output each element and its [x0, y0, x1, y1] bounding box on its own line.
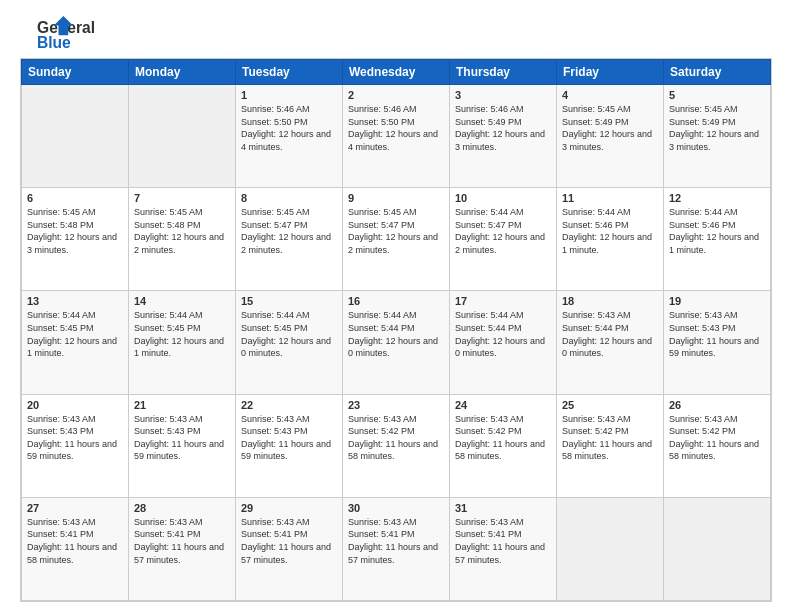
day-number: 28 — [134, 502, 230, 514]
day-number: 3 — [455, 89, 551, 101]
calendar-cell: 24Sunrise: 5:43 AMSunset: 5:42 PMDayligh… — [450, 394, 557, 497]
calendar-cell: 9Sunrise: 5:45 AMSunset: 5:47 PMDaylight… — [343, 188, 450, 291]
day-detail: Sunrise: 5:43 AMSunset: 5:41 PMDaylight:… — [348, 517, 438, 565]
day-number: 22 — [241, 399, 337, 411]
day-number: 10 — [455, 192, 551, 204]
day-number: 27 — [27, 502, 123, 514]
day-number: 29 — [241, 502, 337, 514]
weekday-header-sunday: Sunday — [22, 60, 129, 85]
day-number: 11 — [562, 192, 658, 204]
weekday-header-friday: Friday — [557, 60, 664, 85]
calendar-cell: 21Sunrise: 5:43 AMSunset: 5:43 PMDayligh… — [129, 394, 236, 497]
calendar-cell: 7Sunrise: 5:45 AMSunset: 5:48 PMDaylight… — [129, 188, 236, 291]
day-detail: Sunrise: 5:43 AMSunset: 5:43 PMDaylight:… — [27, 414, 117, 462]
calendar-week-3: 13Sunrise: 5:44 AMSunset: 5:45 PMDayligh… — [22, 291, 771, 394]
day-number: 2 — [348, 89, 444, 101]
calendar-cell: 20Sunrise: 5:43 AMSunset: 5:43 PMDayligh… — [22, 394, 129, 497]
calendar-cell: 2Sunrise: 5:46 AMSunset: 5:50 PMDaylight… — [343, 85, 450, 188]
day-number: 4 — [562, 89, 658, 101]
day-detail: Sunrise: 5:46 AMSunset: 5:50 PMDaylight:… — [241, 104, 331, 152]
day-detail: Sunrise: 5:45 AMSunset: 5:47 PMDaylight:… — [348, 207, 438, 255]
calendar-cell: 29Sunrise: 5:43 AMSunset: 5:41 PMDayligh… — [236, 497, 343, 600]
calendar-cell: 28Sunrise: 5:43 AMSunset: 5:41 PMDayligh… — [129, 497, 236, 600]
day-number: 25 — [562, 399, 658, 411]
calendar-cell: 19Sunrise: 5:43 AMSunset: 5:43 PMDayligh… — [664, 291, 771, 394]
day-detail: Sunrise: 5:43 AMSunset: 5:44 PMDaylight:… — [562, 310, 652, 358]
calendar-cell — [664, 497, 771, 600]
day-detail: Sunrise: 5:43 AMSunset: 5:41 PMDaylight:… — [27, 517, 117, 565]
day-number: 20 — [27, 399, 123, 411]
calendar-cell: 16Sunrise: 5:44 AMSunset: 5:44 PMDayligh… — [343, 291, 450, 394]
day-detail: Sunrise: 5:44 AMSunset: 5:45 PMDaylight:… — [27, 310, 117, 358]
day-number: 8 — [241, 192, 337, 204]
calendar-cell: 11Sunrise: 5:44 AMSunset: 5:46 PMDayligh… — [557, 188, 664, 291]
weekday-header-tuesday: Tuesday — [236, 60, 343, 85]
logo-icon: General Blue — [20, 16, 90, 52]
day-number: 9 — [348, 192, 444, 204]
day-detail: Sunrise: 5:43 AMSunset: 5:43 PMDaylight:… — [134, 414, 224, 462]
day-detail: Sunrise: 5:46 AMSunset: 5:50 PMDaylight:… — [348, 104, 438, 152]
day-number: 12 — [669, 192, 765, 204]
day-detail: Sunrise: 5:44 AMSunset: 5:46 PMDaylight:… — [562, 207, 652, 255]
calendar-week-1: 1Sunrise: 5:46 AMSunset: 5:50 PMDaylight… — [22, 85, 771, 188]
day-detail: Sunrise: 5:43 AMSunset: 5:41 PMDaylight:… — [241, 517, 331, 565]
day-number: 19 — [669, 295, 765, 307]
weekday-header-saturday: Saturday — [664, 60, 771, 85]
calendar-cell: 30Sunrise: 5:43 AMSunset: 5:41 PMDayligh… — [343, 497, 450, 600]
header: General Blue — [20, 16, 772, 52]
day-detail: Sunrise: 5:44 AMSunset: 5:45 PMDaylight:… — [134, 310, 224, 358]
day-detail: Sunrise: 5:45 AMSunset: 5:49 PMDaylight:… — [562, 104, 652, 152]
day-detail: Sunrise: 5:43 AMSunset: 5:42 PMDaylight:… — [455, 414, 545, 462]
calendar-cell: 4Sunrise: 5:45 AMSunset: 5:49 PMDaylight… — [557, 85, 664, 188]
calendar-cell: 1Sunrise: 5:46 AMSunset: 5:50 PMDaylight… — [236, 85, 343, 188]
day-detail: Sunrise: 5:43 AMSunset: 5:42 PMDaylight:… — [562, 414, 652, 462]
calendar-cell: 14Sunrise: 5:44 AMSunset: 5:45 PMDayligh… — [129, 291, 236, 394]
day-number: 26 — [669, 399, 765, 411]
day-number: 13 — [27, 295, 123, 307]
svg-text:Blue: Blue — [37, 34, 71, 51]
day-detail: Sunrise: 5:43 AMSunset: 5:43 PMDaylight:… — [669, 310, 759, 358]
day-detail: Sunrise: 5:44 AMSunset: 5:44 PMDaylight:… — [348, 310, 438, 358]
day-detail: Sunrise: 5:44 AMSunset: 5:44 PMDaylight:… — [455, 310, 545, 358]
day-number: 7 — [134, 192, 230, 204]
day-detail: Sunrise: 5:43 AMSunset: 5:42 PMDaylight:… — [348, 414, 438, 462]
day-detail: Sunrise: 5:45 AMSunset: 5:47 PMDaylight:… — [241, 207, 331, 255]
calendar-header: SundayMondayTuesdayWednesdayThursdayFrid… — [22, 60, 771, 85]
weekday-header-wednesday: Wednesday — [343, 60, 450, 85]
day-number: 30 — [348, 502, 444, 514]
day-detail: Sunrise: 5:43 AMSunset: 5:42 PMDaylight:… — [669, 414, 759, 462]
calendar: SundayMondayTuesdayWednesdayThursdayFrid… — [20, 58, 772, 602]
day-detail: Sunrise: 5:44 AMSunset: 5:46 PMDaylight:… — [669, 207, 759, 255]
calendar-cell: 15Sunrise: 5:44 AMSunset: 5:45 PMDayligh… — [236, 291, 343, 394]
day-number: 6 — [27, 192, 123, 204]
day-detail: Sunrise: 5:46 AMSunset: 5:49 PMDaylight:… — [455, 104, 545, 152]
day-detail: Sunrise: 5:45 AMSunset: 5:48 PMDaylight:… — [134, 207, 224, 255]
calendar-cell: 23Sunrise: 5:43 AMSunset: 5:42 PMDayligh… — [343, 394, 450, 497]
logo: General Blue — [20, 16, 90, 52]
calendar-cell: 5Sunrise: 5:45 AMSunset: 5:49 PMDaylight… — [664, 85, 771, 188]
calendar-week-2: 6Sunrise: 5:45 AMSunset: 5:48 PMDaylight… — [22, 188, 771, 291]
day-number: 18 — [562, 295, 658, 307]
day-number: 1 — [241, 89, 337, 101]
calendar-cell: 12Sunrise: 5:44 AMSunset: 5:46 PMDayligh… — [664, 188, 771, 291]
calendar-cell: 18Sunrise: 5:43 AMSunset: 5:44 PMDayligh… — [557, 291, 664, 394]
calendar-cell: 6Sunrise: 5:45 AMSunset: 5:48 PMDaylight… — [22, 188, 129, 291]
calendar-cell: 22Sunrise: 5:43 AMSunset: 5:43 PMDayligh… — [236, 394, 343, 497]
calendar-cell: 13Sunrise: 5:44 AMSunset: 5:45 PMDayligh… — [22, 291, 129, 394]
day-detail: Sunrise: 5:44 AMSunset: 5:45 PMDaylight:… — [241, 310, 331, 358]
page: General Blue SundayMondayTuesdayWednesda… — [0, 0, 792, 612]
day-number: 5 — [669, 89, 765, 101]
calendar-cell — [129, 85, 236, 188]
calendar-week-4: 20Sunrise: 5:43 AMSunset: 5:43 PMDayligh… — [22, 394, 771, 497]
calendar-cell: 17Sunrise: 5:44 AMSunset: 5:44 PMDayligh… — [450, 291, 557, 394]
day-number: 16 — [348, 295, 444, 307]
day-number: 14 — [134, 295, 230, 307]
day-detail: Sunrise: 5:43 AMSunset: 5:43 PMDaylight:… — [241, 414, 331, 462]
calendar-week-5: 27Sunrise: 5:43 AMSunset: 5:41 PMDayligh… — [22, 497, 771, 600]
calendar-cell — [22, 85, 129, 188]
calendar-cell: 8Sunrise: 5:45 AMSunset: 5:47 PMDaylight… — [236, 188, 343, 291]
day-number: 31 — [455, 502, 551, 514]
day-number: 23 — [348, 399, 444, 411]
calendar-cell: 10Sunrise: 5:44 AMSunset: 5:47 PMDayligh… — [450, 188, 557, 291]
calendar-cell: 26Sunrise: 5:43 AMSunset: 5:42 PMDayligh… — [664, 394, 771, 497]
